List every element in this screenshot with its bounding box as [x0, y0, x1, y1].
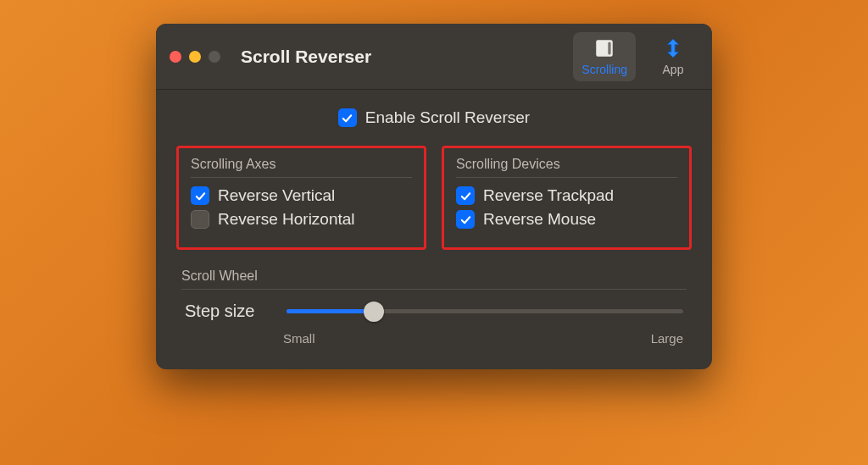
toolbar-tabs: Scrolling App	[573, 32, 698, 81]
enable-row: Enable Scroll Reverser	[176, 108, 692, 127]
zoom-button[interactable]	[209, 51, 220, 63]
slider-max-label: Large	[651, 331, 683, 346]
group-scrolling-axes: Scrolling Axes Reverse Vertical Reverse …	[176, 146, 426, 250]
minimize-button[interactable]	[189, 51, 201, 63]
step-size-row: Step size	[181, 302, 687, 324]
reverse-horizontal-label: Reverse Horizontal	[218, 210, 355, 229]
tab-app-label: App	[663, 63, 684, 76]
tab-scrolling-label: Scrolling	[581, 63, 627, 76]
window-controls	[170, 51, 220, 63]
tab-scrolling[interactable]: Scrolling	[573, 32, 636, 81]
step-size-slider[interactable]	[287, 309, 683, 313]
reverse-vertical-checkbox[interactable]	[191, 186, 209, 205]
reverse-trackpad-checkbox[interactable]	[456, 186, 475, 205]
group-axes-title: Scrolling Axes	[191, 157, 412, 178]
scroll-wheel-section: Scroll Wheel Step size Small Large	[176, 268, 692, 346]
slider-fill	[287, 309, 374, 313]
enable-label: Enable Scroll Reverser	[365, 108, 530, 127]
option-reverse-mouse: Reverse Mouse	[456, 210, 677, 229]
window-title: Scroll Reverser	[241, 47, 573, 67]
scrolling-icon	[593, 37, 615, 59]
option-reverse-horizontal: Reverse Horizontal	[191, 210, 412, 229]
reverse-vertical-label: Reverse Vertical	[218, 186, 335, 205]
groups: Scrolling Axes Reverse Vertical Reverse …	[176, 146, 692, 250]
option-reverse-trackpad: Reverse Trackpad	[456, 186, 677, 205]
close-button[interactable]	[170, 51, 181, 63]
tab-app[interactable]: App	[648, 32, 698, 81]
preferences-window: Scroll Reverser Scrolling App	[156, 24, 712, 369]
step-size-label: Step size	[185, 302, 270, 321]
slider-min-label: Small	[283, 331, 315, 346]
titlebar: Scroll Reverser Scrolling App	[156, 24, 712, 90]
group-devices-title: Scrolling Devices	[456, 157, 677, 178]
slider-thumb[interactable]	[364, 302, 384, 322]
svg-rect-1	[608, 42, 610, 54]
enable-checkbox[interactable]	[338, 108, 357, 127]
reverse-mouse-label: Reverse Mouse	[483, 210, 596, 229]
option-reverse-vertical: Reverse Vertical	[191, 186, 412, 205]
app-icon	[662, 37, 684, 59]
slider-bounds: Small Large	[181, 331, 687, 346]
slider-track	[287, 309, 683, 313]
reverse-mouse-checkbox[interactable]	[456, 210, 475, 229]
content: Enable Scroll Reverser Scrolling Axes Re…	[156, 90, 712, 369]
scroll-wheel-title: Scroll Wheel	[181, 268, 687, 290]
reverse-trackpad-label: Reverse Trackpad	[483, 186, 614, 205]
reverse-horizontal-checkbox[interactable]	[191, 210, 209, 229]
group-scrolling-devices: Scrolling Devices Reverse Trackpad Rever…	[442, 146, 692, 250]
